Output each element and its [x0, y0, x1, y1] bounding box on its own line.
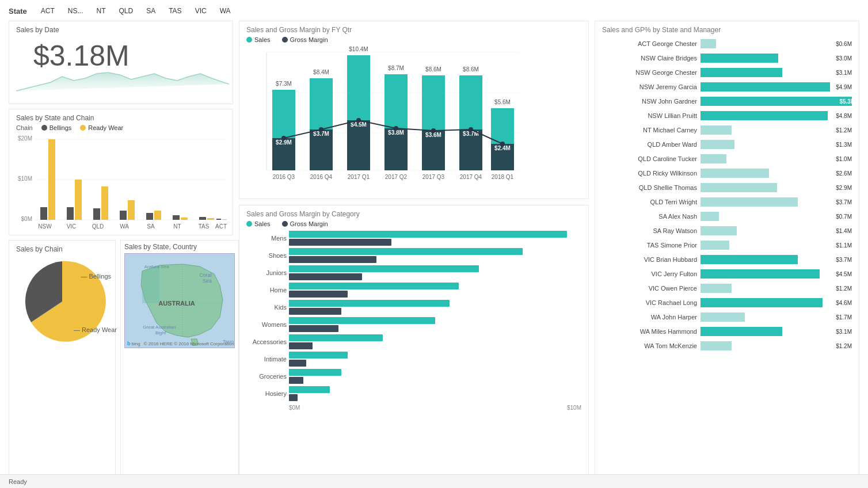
gp-val-qld-shellie: $2.9M — [836, 185, 852, 191]
gp-val-sa-alex: $0.7M — [836, 214, 852, 220]
juniors-sales-bar — [289, 265, 479, 272]
groceries-margin-bar — [289, 377, 303, 384]
svg-text:$8.7M: $8.7M — [388, 65, 404, 71]
svg-rect-9 — [75, 180, 82, 220]
fy-bar-chart: $2.9M $7.3M $3.7M $8.4M $4.5M $10.4M $3.… — [246, 47, 523, 193]
cat-label-mens: Mens — [246, 235, 287, 242]
bellings-dot — [41, 125, 47, 131]
state-chain-bar-chart: $20M $10M $0M — [16, 134, 229, 231]
svg-rect-18 — [199, 217, 206, 220]
svg-rect-6 — [40, 207, 47, 220]
gp-val-vic-owen: $1.2M — [836, 285, 852, 292]
gp-name-nsw-claire: NSW Claire Bridges — [602, 55, 697, 62]
svg-text:$10M: $10M — [18, 176, 32, 182]
cat-bars-juniors — [289, 265, 581, 280]
svg-text:$5.6M: $5.6M — [494, 99, 511, 105]
readywear-dot — [80, 125, 86, 131]
sales-map-title: Sales by State, Country — [124, 243, 235, 251]
intimate-sales-bar — [289, 352, 348, 359]
svg-text:Bight: Bight — [155, 330, 166, 336]
gp-bar-nsw-george — [701, 68, 830, 77]
filter-nt[interactable]: NT — [94, 6, 108, 16]
bottom-left-grid: Sales by Chain — Bellings — Ready Wear S… — [9, 240, 233, 481]
gp-val-act-george: $0.6M — [836, 41, 852, 47]
gp-row-act-george: ACT George Chester $0.6M — [602, 37, 852, 50]
gp-bar-qld-ricky — [701, 169, 830, 178]
svg-text:ACT: ACT — [215, 223, 227, 230]
gp-val-nsw-claire: $3.0M — [836, 55, 852, 62]
svg-point-74 — [319, 127, 323, 132]
svg-rect-13 — [128, 200, 135, 220]
gp-bar-nsw-claire — [701, 54, 830, 63]
gp-name-nsw-lillian: NSW Lillian Pruitt — [602, 112, 697, 119]
filter-vic[interactable]: VIC — [193, 6, 209, 16]
svg-point-79 — [500, 142, 505, 146]
filter-tas[interactable]: TAS — [166, 6, 184, 16]
sales-by-date-card: Sales by Date $3.18M — [9, 21, 233, 104]
margin-legend-fy: Gross Margin — [282, 36, 328, 43]
fy-chart-title: Sales and Gross Margin by FY Qtr — [246, 26, 581, 34]
bing-icon: b — [127, 341, 131, 346]
right-column: Sales and GP% by State and Manager ACT G… — [595, 21, 859, 481]
gp-bar-qld-amber — [701, 140, 830, 149]
sales-by-date-title: Sales by Date — [16, 26, 226, 34]
gp-bar-fill-vic-brian — [701, 255, 798, 264]
bellings-pie-label: — Bellings — [81, 273, 111, 280]
gp-bar-sa-ray — [701, 226, 830, 235]
filter-qld[interactable]: QLD — [116, 6, 135, 16]
svg-rect-21 — [222, 219, 227, 220]
cat-row-hosiery: Hosiery — [246, 386, 581, 401]
middle-column: Sales and Gross Margin by FY Qtr Sales G… — [239, 21, 589, 481]
svg-text:$20M: $20M — [18, 135, 32, 142]
gp-row-sa-ray: SA Ray Watson $1.4M — [602, 224, 852, 237]
filter-ns[interactable]: NS... — [66, 6, 86, 16]
gp-val-nt-michael: $1.2M — [836, 127, 852, 134]
filter-wa[interactable]: WA — [218, 6, 233, 16]
gp-val-vic-brian: $3.7M — [836, 257, 852, 263]
svg-rect-20 — [216, 219, 221, 220]
gp-list: ACT George Chester $0.6M NSW Claire Brid… — [602, 37, 852, 352]
gp-name-tas-simone: TAS Simone Prior — [602, 242, 697, 249]
gp-bar-tas-simone — [701, 241, 830, 250]
gp-row-nsw-george: NSW George Chester $3.1M — [602, 66, 852, 79]
gp-bar-fill-nsw-claire — [701, 54, 778, 63]
sales-by-state-chain-card: Sales by State and Chain Chain Bellings … — [9, 109, 233, 235]
gp-bar-fill-wa-tom — [701, 341, 732, 350]
gp-name-sa-alex: SA Alex Nash — [602, 213, 697, 220]
svg-rect-19 — [207, 218, 214, 220]
svg-text:WA: WA — [120, 223, 129, 230]
status-bar: Ready — [0, 474, 868, 488]
cat-margin-dot — [282, 221, 288, 227]
gp-bar-sa-alex — [701, 212, 830, 221]
filter-sa[interactable]: SA — [144, 6, 158, 16]
cat-sales-legend: Sales — [246, 220, 271, 227]
hosiery-sales-bar — [289, 386, 330, 393]
svg-text:Sea: Sea — [203, 278, 212, 284]
gp-bar-fill-sa-ray — [701, 226, 737, 235]
svg-text:TAS: TAS — [199, 223, 210, 230]
gp-val-tas-simone: $1.1M — [836, 242, 852, 249]
margin-dot-fy — [282, 37, 288, 43]
gp-bar-fill-qld-shellie — [701, 183, 777, 192]
gp-val-qld-amber: $1.3M — [836, 142, 852, 148]
category-legend: Sales Gross Margin — [246, 220, 581, 227]
gp-name-vic-owen: VIC Owen Pierce — [602, 285, 697, 292]
gp-bar-vic-jerry — [701, 269, 830, 279]
gp-bar-wa-tom — [701, 341, 830, 350]
cat-row-accessories: Accessories — [246, 334, 581, 349]
gp-chart-title: Sales and GP% by State and Manager — [602, 26, 852, 34]
status-text: Ready — [9, 478, 27, 485]
cat-sales-dot — [246, 221, 252, 227]
filter-label: State — [9, 7, 27, 16]
gp-val-nsw-jeremy: $4.9M — [836, 84, 852, 90]
gp-bar-fill-nsw-george — [701, 68, 782, 77]
gp-val-nsw-george: $3.1M — [836, 70, 852, 76]
gp-name-wa-tom: WA Tom McKenzie — [602, 342, 697, 349]
cat-label-shoes: Shoes — [246, 252, 287, 259]
svg-text:VIC: VIC — [67, 223, 77, 230]
groceries-sales-bar — [289, 369, 341, 376]
category-chart-body: Mens Shoes — [246, 231, 581, 411]
gp-bar-fill-qld-terri — [701, 197, 798, 207]
svg-text:$8.4M: $8.4M — [313, 69, 329, 75]
filter-act[interactable]: ACT — [39, 6, 57, 16]
